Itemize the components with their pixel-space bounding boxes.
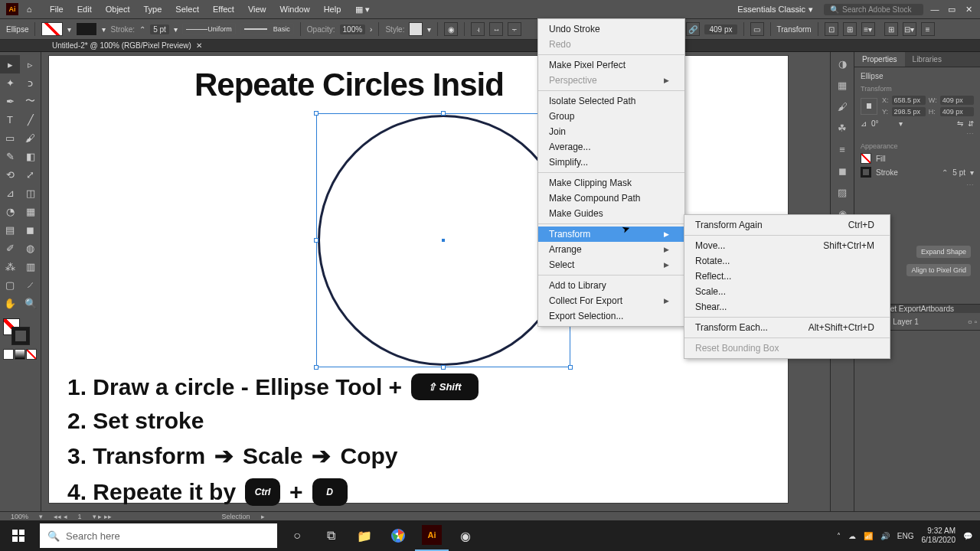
menu-select[interactable]: Select (168, 5, 206, 14)
start-button[interactable] (0, 520, 37, 551)
ctx-item-move-[interactable]: Move...Shift+Ctrl+M (684, 238, 890, 253)
arrange-docs-icon[interactable]: ▦ ▾ (355, 5, 370, 15)
ctx-item-average-[interactable]: Average... (538, 139, 684, 155)
eyedropper-tool[interactable]: ✐ (0, 239, 20, 257)
fill-stroke-indicator[interactable] (0, 317, 41, 347)
align-right-icon[interactable]: ⫟ (508, 22, 521, 36)
search-stock-input[interactable]: 🔍 Search Adobe Stock (824, 4, 923, 15)
task-view-icon[interactable]: ⧉ (314, 520, 348, 551)
flip-h-icon[interactable]: ⇋ (957, 119, 963, 128)
rotate-tool[interactable]: ⟲ (0, 165, 20, 184)
graph-tool[interactable]: ▥ (21, 257, 41, 276)
y-input[interactable]: 298.5 px (892, 107, 926, 116)
align-center-icon[interactable]: ↔ (489, 22, 503, 36)
workspace-switcher[interactable]: Essentials Classic ▾ (731, 5, 819, 15)
chrome-icon[interactable] (381, 520, 415, 551)
magic-wand-tool[interactable]: ✦ (0, 73, 20, 92)
ctx-item-isolate-selected-path[interactable]: Isolate Selected Path (538, 93, 684, 109)
ctx-item-arrange[interactable]: Arrange▶ (538, 242, 684, 257)
type-tool[interactable]: T (0, 110, 20, 129)
clock[interactable]: 9:32 AM 6/18/2020 (922, 527, 956, 545)
close-tab-icon[interactable]: ✕ (196, 41, 202, 50)
tab-artboards[interactable]: Artboards (921, 305, 954, 313)
stroke-profile-basic[interactable]: Basic (240, 23, 294, 35)
stroke-stepper-down-icon[interactable]: ⌃ (139, 25, 145, 34)
reference-point-widget[interactable] (861, 98, 877, 115)
direct-selection-tool[interactable]: ▹ (21, 55, 41, 73)
align-left-icon[interactable]: ⫞ (471, 22, 485, 36)
home-icon[interactable]: ⌂ (23, 3, 35, 15)
angle-input[interactable]: 0° (871, 119, 894, 128)
panel-toggle-2-icon[interactable]: ⊟▾ (903, 22, 916, 36)
curvature-tool[interactable]: 〜 (21, 92, 41, 110)
stroke-weight-input[interactable]: 5 pt (150, 24, 169, 34)
selection-tool[interactable]: ▸ (0, 55, 20, 73)
artboard-tool[interactable]: ▢ (0, 276, 20, 294)
notifications-icon[interactable]: 💬 (963, 532, 972, 540)
transparency-panel-icon[interactable]: ▨ (835, 185, 849, 199)
ctx-item-scale-[interactable]: Scale... (684, 284, 890, 299)
ctx-item-rotate-[interactable]: Rotate... (684, 253, 890, 269)
panel-toggle-3-icon[interactable]: ≡ (921, 22, 935, 36)
free-transform-tool[interactable]: ◫ (21, 184, 41, 202)
menu-help[interactable]: Help (317, 5, 348, 14)
ctx-item-shear-[interactable]: Shear... (684, 299, 890, 315)
line-tool[interactable]: ╱ (21, 110, 41, 129)
illustrator-taskbar-icon[interactable]: Ai (415, 520, 449, 551)
eraser-tool[interactable]: ◧ (21, 147, 41, 165)
color-mode-none[interactable] (26, 349, 37, 360)
stroke-swatch-panel[interactable] (861, 167, 871, 178)
flip-v-icon[interactable]: ⇵ (968, 119, 974, 128)
tab-properties[interactable]: Properties (854, 52, 905, 67)
stroke-weight-panel-input[interactable]: 5 pt (952, 168, 965, 177)
ctx-item-make-clipping-mask[interactable]: Make Clipping Mask (538, 175, 684, 191)
ctx-item-collect-for-export[interactable]: Collect For Export▶ (538, 293, 684, 308)
ctx-item-add-to-library[interactable]: Add to Library (538, 278, 684, 293)
window-close-icon[interactable]: ✕ (963, 5, 974, 15)
ctx-item-join[interactable]: Join (538, 124, 684, 139)
zoom-tool[interactable]: 🔍 (21, 294, 41, 312)
layer-name[interactable]: Layer 1 (893, 318, 918, 326)
obs-icon[interactable]: ◉ (449, 520, 482, 551)
window-minimize-icon[interactable]: — (929, 5, 940, 14)
style-swatch[interactable] (409, 22, 423, 36)
ctx-item-make-compound-path[interactable]: Make Compound Path (538, 191, 684, 206)
x-input[interactable]: 658.5 px (892, 96, 926, 105)
window-restore-icon[interactable]: ▭ (946, 5, 957, 15)
ctx-item-export-selection-[interactable]: Export Selection... (538, 308, 684, 324)
mesh-tool[interactable]: ▤ (0, 220, 20, 239)
ctx-item-make-guides[interactable]: Make Guides (538, 206, 684, 221)
shape-mode-icon[interactable]: ▭ (750, 22, 764, 36)
menu-window[interactable]: Window (273, 5, 317, 14)
width-tool[interactable]: ⊿ (0, 184, 20, 202)
menu-effect[interactable]: Effect (206, 5, 241, 14)
gradient-tool[interactable]: ◼ (21, 220, 41, 239)
more-appearance-icon[interactable]: ⋯ (861, 181, 974, 189)
w-input[interactable]: 409 px (940, 96, 974, 105)
menu-file[interactable]: File (43, 5, 70, 14)
scale-tool[interactable]: ⤢ (21, 165, 41, 184)
slice-tool[interactable]: ⟋ (21, 276, 41, 294)
more-options-icon[interactable]: ⋯ (861, 129, 974, 138)
width-input[interactable]: 409 px (704, 24, 737, 34)
group-icon[interactable]: ⊞ (843, 22, 857, 36)
menu-type[interactable]: Type (137, 5, 169, 14)
rectangle-tool[interactable]: ▭ (0, 129, 20, 147)
ctx-item-select[interactable]: Select▶ (538, 257, 684, 272)
ctx-item-make-pixel-perfect[interactable]: Make Pixel Perfect (538, 57, 684, 73)
document-tab[interactable]: Untitled-2* @ 100% (RGB/Pixel Preview) ✕ (46, 41, 208, 51)
file-explorer-icon[interactable]: 📁 (348, 520, 381, 551)
ctx-item-group[interactable]: Group (538, 109, 684, 124)
menu-edit[interactable]: Edit (70, 5, 99, 14)
zoom-level[interactable]: 100% (11, 513, 28, 520)
tray-expand-icon[interactable]: ˄ (837, 532, 841, 540)
recolor-icon[interactable]: ◉ (444, 22, 458, 36)
h-input[interactable]: 409 px (940, 107, 974, 116)
gradient-panel-icon[interactable]: ◼ (835, 164, 849, 178)
lasso-tool[interactable]: ɔ (21, 73, 41, 92)
isolate-icon[interactable]: ⊡ (825, 22, 838, 36)
color-mode-gradient[interactable] (15, 349, 25, 360)
paintbrush-tool[interactable]: 🖌 (21, 129, 41, 147)
perspective-tool[interactable]: ▦ (21, 202, 41, 220)
ctx-item-simplify-[interactable]: Simplify... (538, 155, 684, 170)
